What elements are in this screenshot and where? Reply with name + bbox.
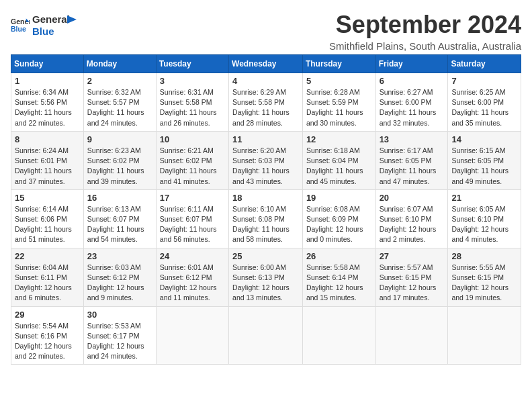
logo-icon: General Blue [11,16,30,35]
calendar-body: 1Sunrise: 6:34 AM Sunset: 5:56 PM Daylig… [11,73,521,365]
day-detail: Sunrise: 6:14 AM Sunset: 6:06 PM Dayligh… [15,204,80,245]
day-number: 6 [380,76,445,86]
day-number: 27 [380,251,445,261]
calendar-cell: 6Sunrise: 6:27 AM Sunset: 6:00 PM Daylig… [375,73,448,132]
day-number: 8 [15,134,80,144]
day-detail: Sunrise: 6:10 AM Sunset: 6:08 PM Dayligh… [232,204,299,245]
calendar-cell: 27Sunrise: 5:57 AM Sunset: 6:15 PM Dayli… [375,248,448,306]
calendar-cell: 30Sunrise: 5:53 AM Sunset: 6:17 PM Dayli… [83,306,156,365]
svg-text:Blue: Blue [11,25,26,33]
day-detail: Sunrise: 5:54 AM Sunset: 6:16 PM Dayligh… [15,321,80,362]
calendar-cell [375,306,448,365]
day-detail: Sunrise: 6:31 AM Sunset: 5:58 PM Dayligh… [160,87,225,128]
day-detail: Sunrise: 6:15 AM Sunset: 6:05 PM Dayligh… [451,146,517,187]
calendar-cell: 1Sunrise: 6:34 AM Sunset: 5:56 PM Daylig… [11,73,84,132]
header-sunday: Sunday [11,55,84,73]
day-number: 23 [87,251,152,261]
calendar-cell [156,306,228,365]
calendar-cell: 28Sunrise: 5:55 AM Sunset: 6:15 PM Dayli… [448,248,521,306]
title-block: September 2024 Smithfield Plains, South … [329,11,521,52]
day-number: 21 [451,193,517,203]
day-detail: Sunrise: 6:00 AM Sunset: 6:13 PM Dayligh… [232,263,299,304]
calendar-cell: 12Sunrise: 6:18 AM Sunset: 6:04 PM Dayli… [302,131,375,189]
calendar-week-4: 22Sunrise: 6:04 AM Sunset: 6:11 PM Dayli… [11,248,521,306]
day-detail: Sunrise: 5:58 AM Sunset: 6:14 PM Dayligh… [306,263,372,304]
day-detail: Sunrise: 5:53 AM Sunset: 6:17 PM Dayligh… [87,321,152,362]
calendar-cell: 26Sunrise: 5:58 AM Sunset: 6:14 PM Dayli… [302,248,375,306]
logo: General Blue General Blue [11,13,81,38]
calendar-cell: 4Sunrise: 6:29 AM Sunset: 5:58 PM Daylig… [229,73,303,132]
calendar-cell: 29Sunrise: 5:54 AM Sunset: 6:16 PM Dayli… [11,306,84,365]
calendar-cell: 15Sunrise: 6:14 AM Sunset: 6:06 PM Dayli… [11,189,84,248]
day-detail: Sunrise: 6:04 AM Sunset: 6:11 PM Dayligh… [15,263,80,304]
calendar-week-1: 1Sunrise: 6:34 AM Sunset: 5:56 PM Daylig… [11,73,521,132]
calendar-cell: 9Sunrise: 6:23 AM Sunset: 6:02 PM Daylig… [83,131,156,189]
header-friday: Friday [375,55,448,73]
day-detail: Sunrise: 6:01 AM Sunset: 6:12 PM Dayligh… [160,263,225,304]
day-detail: Sunrise: 6:34 AM Sunset: 5:56 PM Dayligh… [15,87,80,128]
calendar-cell: 22Sunrise: 6:04 AM Sunset: 6:11 PM Dayli… [11,248,84,306]
day-number: 15 [15,193,80,203]
day-number: 28 [451,251,517,261]
location-title: Smithfield Plains, South Australia, Aust… [329,40,521,52]
calendar-cell: 19Sunrise: 6:08 AM Sunset: 6:09 PM Dayli… [302,189,375,248]
logo-line1: General [32,13,70,26]
day-number: 1 [15,76,80,86]
calendar-header-row: SundayMondayTuesdayWednesdayThursdayFrid… [11,55,521,73]
day-number: 11 [232,134,299,144]
day-number: 29 [15,310,80,320]
calendar-week-3: 15Sunrise: 6:14 AM Sunset: 6:06 PM Dayli… [11,189,521,248]
day-detail: Sunrise: 6:29 AM Sunset: 5:58 PM Dayligh… [232,87,299,128]
day-detail: Sunrise: 6:20 AM Sunset: 6:03 PM Dayligh… [232,146,299,187]
day-number: 7 [451,76,517,86]
calendar-week-5: 29Sunrise: 5:54 AM Sunset: 6:16 PM Dayli… [11,306,521,365]
day-number: 2 [87,76,152,86]
day-number: 30 [87,310,152,320]
calendar-cell: 2Sunrise: 6:32 AM Sunset: 5:57 PM Daylig… [83,73,156,132]
day-number: 26 [306,251,372,261]
day-number: 5 [306,76,372,86]
calendar-cell: 10Sunrise: 6:21 AM Sunset: 6:02 PM Dayli… [156,131,228,189]
calendar-cell: 14Sunrise: 6:15 AM Sunset: 6:05 PM Dayli… [448,131,521,189]
calendar-cell [448,306,521,365]
calendar-cell: 11Sunrise: 6:20 AM Sunset: 6:03 PM Dayli… [229,131,303,189]
calendar-cell: 24Sunrise: 6:01 AM Sunset: 6:12 PM Dayli… [156,248,228,306]
month-title: September 2024 [329,11,521,39]
day-number: 10 [160,134,225,144]
day-number: 18 [232,193,299,203]
day-number: 17 [160,193,225,203]
calendar-cell: 21Sunrise: 6:05 AM Sunset: 6:10 PM Dayli… [448,189,521,248]
day-detail: Sunrise: 6:28 AM Sunset: 5:59 PM Dayligh… [306,87,372,128]
calendar-cell: 17Sunrise: 6:11 AM Sunset: 6:07 PM Dayli… [156,189,228,248]
day-detail: Sunrise: 6:25 AM Sunset: 6:00 PM Dayligh… [451,87,517,128]
day-detail: Sunrise: 6:03 AM Sunset: 6:12 PM Dayligh… [87,263,152,304]
day-detail: Sunrise: 6:07 AM Sunset: 6:10 PM Dayligh… [380,204,445,245]
header-tuesday: Tuesday [156,55,228,73]
day-detail: Sunrise: 6:11 AM Sunset: 6:07 PM Dayligh… [160,204,225,245]
calendar-table: SundayMondayTuesdayWednesdayThursdayFrid… [11,54,521,365]
day-number: 9 [87,134,152,144]
day-number: 12 [306,134,372,144]
day-detail: Sunrise: 6:32 AM Sunset: 5:57 PM Dayligh… [87,87,152,128]
day-detail: Sunrise: 6:13 AM Sunset: 6:07 PM Dayligh… [87,204,152,245]
day-detail: Sunrise: 6:23 AM Sunset: 6:02 PM Dayligh… [87,146,152,187]
calendar-cell: 7Sunrise: 6:25 AM Sunset: 6:00 PM Daylig… [448,73,521,132]
calendar-week-2: 8Sunrise: 6:24 AM Sunset: 6:01 PM Daylig… [11,131,521,189]
calendar-cell [229,306,303,365]
day-number: 20 [380,193,445,203]
calendar-cell: 3Sunrise: 6:31 AM Sunset: 5:58 PM Daylig… [156,73,228,132]
day-number: 3 [160,76,225,86]
day-number: 13 [380,134,445,144]
calendar-cell: 25Sunrise: 6:00 AM Sunset: 6:13 PM Dayli… [229,248,303,306]
header-wednesday: Wednesday [229,55,303,73]
day-detail: Sunrise: 6:05 AM Sunset: 6:10 PM Dayligh… [451,204,517,245]
day-detail: Sunrise: 6:17 AM Sunset: 6:05 PM Dayligh… [380,146,445,187]
blue-flag-icon [67,15,81,29]
day-detail: Sunrise: 5:57 AM Sunset: 6:15 PM Dayligh… [380,263,445,304]
day-number: 19 [306,193,372,203]
calendar-cell: 18Sunrise: 6:10 AM Sunset: 6:08 PM Dayli… [229,189,303,248]
day-number: 24 [160,251,225,261]
day-detail: Sunrise: 5:55 AM Sunset: 6:15 PM Dayligh… [451,263,517,304]
header-thursday: Thursday [302,55,375,73]
day-detail: Sunrise: 6:18 AM Sunset: 6:04 PM Dayligh… [306,146,372,187]
